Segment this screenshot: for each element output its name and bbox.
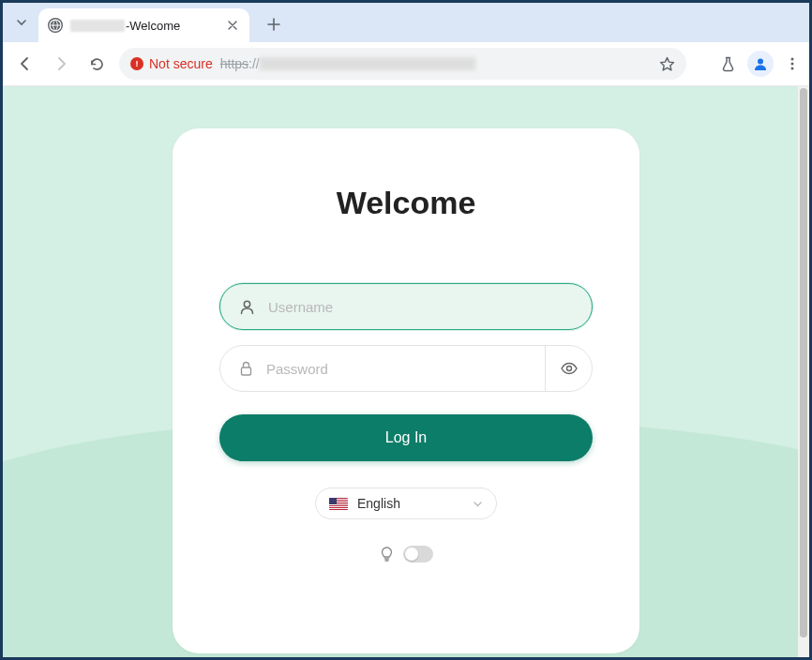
toolbar-actions <box>720 51 800 77</box>
lock-icon <box>239 361 253 376</box>
tab-search-button[interactable] <box>10 11 33 34</box>
reload-button[interactable] <box>83 51 110 77</box>
browser-toolbar: Not secure https:// <box>3 42 809 86</box>
lightbulb-icon <box>380 547 394 562</box>
address-bar[interactable]: Not secure https:// <box>119 48 686 80</box>
security-badge[interactable]: Not secure <box>130 56 213 71</box>
toggle-password-visibility[interactable] <box>545 346 592 391</box>
tab-title: -Welcome <box>70 19 218 33</box>
flag-us-icon <box>329 498 348 510</box>
redacted-text <box>260 57 475 70</box>
redacted-text <box>70 20 125 32</box>
svg-point-8 <box>566 367 571 371</box>
password-input[interactable] <box>266 361 526 377</box>
back-button[interactable] <box>12 51 38 77</box>
svg-point-2 <box>758 59 763 65</box>
login-card: Welcome Log In English <box>173 128 639 653</box>
forward-button[interactable] <box>48 51 74 77</box>
password-field[interactable] <box>219 345 593 392</box>
tab-strip: -Welcome <box>3 3 809 42</box>
svg-point-5 <box>791 68 794 70</box>
browser-tab[interactable]: -Welcome <box>38 8 249 42</box>
username-input[interactable] <box>268 299 573 315</box>
browser-chrome: -Welcome Not secure <box>3 3 809 86</box>
svg-point-3 <box>791 58 794 61</box>
bookmark-icon[interactable] <box>659 56 675 72</box>
close-icon[interactable] <box>225 18 240 33</box>
menu-icon[interactable] <box>785 56 800 71</box>
chevron-down-icon <box>473 499 483 509</box>
svg-rect-7 <box>242 368 251 375</box>
login-button[interactable]: Log In <box>219 414 593 461</box>
globe-icon <box>48 18 63 33</box>
scrollbar-thumb[interactable] <box>800 88 807 638</box>
url-text: https:// <box>220 56 475 71</box>
language-select[interactable]: English <box>315 488 497 519</box>
page-viewport: Welcome Log In English <box>3 86 809 657</box>
page-title: Welcome <box>219 185 593 221</box>
not-secure-icon <box>130 57 143 70</box>
security-label: Not secure <box>149 56 213 71</box>
svg-point-4 <box>791 63 794 66</box>
eye-icon <box>561 362 578 375</box>
new-tab-button[interactable] <box>261 11 287 38</box>
vertical-scrollbar[interactable] <box>798 86 809 657</box>
theme-toggle-row <box>219 546 593 562</box>
labs-icon[interactable] <box>720 56 736 72</box>
language-label: English <box>357 496 400 511</box>
svg-point-6 <box>244 301 249 307</box>
user-icon <box>239 299 255 315</box>
dark-mode-toggle[interactable] <box>403 546 433 562</box>
profile-avatar[interactable] <box>747 51 774 77</box>
username-field[interactable] <box>219 283 593 330</box>
